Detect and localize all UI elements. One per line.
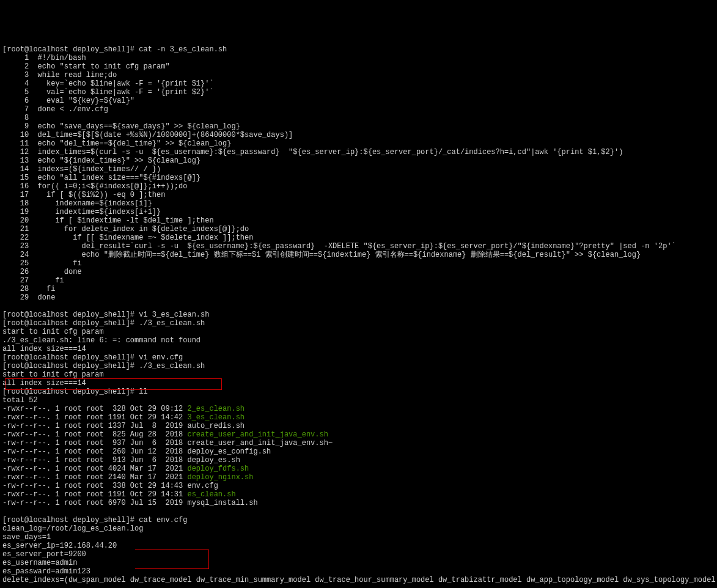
output-indexsize-1: all index size===14: [2, 345, 86, 353]
prompt-run-script-1: [root@localhost deploy_shell]# ./3_es_cl…: [2, 319, 205, 328]
prompt-ll: [root@localhost deploy_shell]# ll: [2, 388, 148, 396]
output-indexsize-2: all index size===14: [2, 379, 86, 388]
script-source: 1 #!/bin/bash 2 echo "start to init cfg …: [2, 54, 715, 302]
list-item: -rwxr--r--. 1 root root 2140 Mar 17 2021…: [2, 473, 715, 482]
prompt-cat-script: [root@localhost deploy_shell]# cat -n 3_…: [2, 45, 227, 54]
list-item: -rwxr--r--. 1 root root 1191 Oct 29 14:4…: [2, 413, 715, 422]
prompt-vi-cfg: [root@localhost deploy_shell]# vi env.cf…: [2, 353, 183, 362]
list-item: -rwxr--r--. 1 root root 4024 Mar 17 2021…: [2, 465, 715, 473]
prompt-vi-script: [root@localhost deploy_shell]# vi 3_es_c…: [2, 311, 209, 319]
list-item: -rwxr--r--. 1 root root 825 Aug 28 2018 …: [2, 430, 715, 439]
ll-total: total 52: [2, 396, 38, 405]
prompt-run-script-2: [root@localhost deploy_shell]# ./3_es_cl…: [2, 362, 205, 370]
list-item: -rw-r--r--. 1 root root 913 Jun 6 2018 d…: [2, 456, 715, 465]
list-item: -rwxr--r--. 1 root root 1191 Oct 29 14:3…: [2, 490, 715, 499]
ll-listing: -rwxr--r--. 1 root root 328 Oct 29 09:12…: [2, 405, 715, 507]
list-item: -rw-r--r--. 1 root root 260 Jun 12 2018 …: [2, 447, 715, 456]
list-item: -rw-r--r--. 1 root root 1337 Jul 8 2019 …: [2, 422, 715, 430]
terminal[interactable]: [root@localhost deploy_shell]# cat -n 3_…: [2, 37, 715, 588]
list-item: -rw-r--r--. 1 root root 6970 Jul 15 2019…: [2, 499, 715, 507]
cfg-content: clean_log=/root/log_es_clean.log save_da…: [2, 524, 715, 584]
list-item: -rwxr--r--. 1 root root 328 Oct 29 09:12…: [2, 405, 715, 413]
list-item: -rw-r--r--. 1 root root 937 Jun 6 2018 c…: [2, 439, 715, 447]
output-error: ./3_es_clean.sh: line 6: =: command not …: [2, 336, 200, 345]
output-init-2: start to init cfg param: [2, 370, 104, 379]
output-init-1: start to init cfg param: [2, 328, 104, 336]
list-item: -rw-r--r--. 1 root root 338 Oct 29 14:43…: [2, 482, 715, 490]
prompt-cat-cfg: [root@localhost deploy_shell]# cat env.c…: [2, 516, 187, 524]
